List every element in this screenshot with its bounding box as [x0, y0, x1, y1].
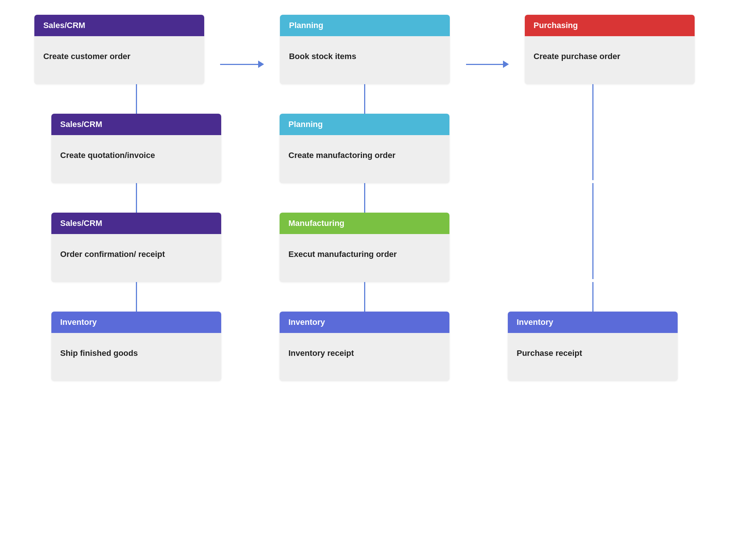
col2-row4: Inventory Inventory receipt	[250, 312, 479, 381]
card-header-planning-1: Planning	[280, 15, 450, 36]
col2-row2: Planning Create manufactoring order	[250, 114, 479, 183]
col1-row4: Inventory Ship finished goods	[22, 312, 250, 381]
card-header-sales-crm-1: Sales/CRM	[34, 15, 204, 36]
card-create-customer-order: Sales/CRM Create customer order	[34, 15, 204, 84]
card-body-1: Create customer order	[34, 36, 204, 84]
card-create-manufacturing-order: Planning Create manufactoring order	[280, 114, 449, 183]
card-create-quotation: Sales/CRM Create quotation/invoice	[51, 114, 221, 183]
col2-row3: Manufacturing Execut manufacturing order	[250, 213, 479, 282]
v-line-col3-4	[479, 213, 707, 279]
card-body-3: Create purchase order	[525, 36, 695, 84]
h-arrow-1-2	[216, 61, 268, 68]
v-line-col3-2	[479, 114, 707, 180]
card-purchase-receipt: Inventory Purchase receipt	[508, 312, 678, 381]
card-create-purchase-order: Purchasing Create purchase order	[525, 15, 695, 84]
col3-row4: Inventory Purchase receipt	[479, 312, 707, 381]
col1-row3: Sales/CRM Order confirmation/ receipt	[22, 213, 250, 282]
card-header-inventory-1: Inventory	[51, 312, 221, 333]
card-execut-manufacturing: Manufacturing Execut manufacturing order	[280, 213, 449, 282]
diagram: Sales/CRM Create customer order Planning…	[22, 15, 707, 381]
card-body-confirmation: Order confirmation/ receipt	[51, 234, 221, 282]
card-header-inventory-2: Inventory	[280, 312, 449, 333]
card-body-purchase-receipt: Purchase receipt	[508, 333, 678, 381]
col2-row1: Planning Book stock items	[268, 15, 462, 84]
h-arrow-2-3	[462, 61, 513, 68]
card-header-purchasing-1: Purchasing	[525, 15, 695, 36]
card-inventory-receipt: Inventory Inventory receipt	[280, 312, 449, 381]
col3-row1: Purchasing Create purchase order	[513, 15, 707, 84]
col1-row1: Sales/CRM Create customer order	[22, 15, 216, 84]
card-body-2: Book stock items	[280, 36, 450, 84]
card-body-ship: Ship finished goods	[51, 333, 221, 381]
v-line-col3-1	[479, 84, 707, 114]
v-line-col3-3	[479, 183, 707, 213]
card-header-planning-2: Planning	[280, 114, 449, 135]
card-header-sales-crm-3: Sales/CRM	[51, 213, 221, 234]
card-header-sales-crm-2: Sales/CRM	[51, 114, 221, 135]
card-ship-finished-goods: Inventory Ship finished goods	[51, 312, 221, 381]
col1-row2: Sales/CRM Create quotation/invoice	[22, 114, 250, 183]
card-header-manufacturing: Manufacturing	[280, 213, 449, 234]
card-body-inventory-receipt: Inventory receipt	[280, 333, 449, 381]
card-order-confirmation: Sales/CRM Order confirmation/ receipt	[51, 213, 221, 282]
card-body-manufacturing: Create manufactoring order	[280, 135, 449, 183]
card-header-inventory-3: Inventory	[508, 312, 678, 333]
card-book-stock-items: Planning Book stock items	[280, 15, 450, 84]
card-body-execut: Execut manufacturing order	[280, 234, 449, 282]
card-body-quotation: Create quotation/invoice	[51, 135, 221, 183]
